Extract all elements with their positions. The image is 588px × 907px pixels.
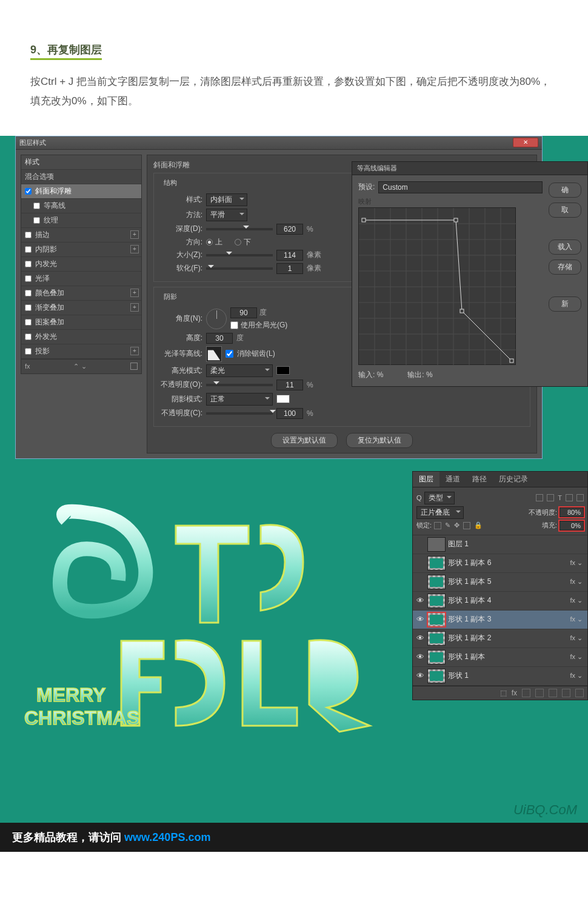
style-checkbox[interactable] bbox=[33, 202, 40, 209]
cancel-button[interactable]: 取 bbox=[549, 202, 581, 218]
layer-mask-icon[interactable] bbox=[522, 689, 530, 697]
style-checkbox[interactable] bbox=[25, 232, 32, 238]
layer-fx-badge[interactable]: fx ⌄ bbox=[570, 578, 583, 586]
style-checkbox[interactable] bbox=[25, 348, 32, 355]
down-arrow-icon[interactable]: ⌄ bbox=[81, 363, 87, 370]
style-item[interactable]: 内阴影+ bbox=[21, 243, 141, 257]
visibility-eye-icon[interactable]: 👁 bbox=[415, 634, 425, 643]
filter-adjust-icon[interactable] bbox=[547, 494, 554, 501]
new-layer-icon[interactable] bbox=[562, 689, 570, 697]
layer-thumbnail[interactable] bbox=[427, 669, 446, 683]
ok-button[interactable]: 确 bbox=[549, 182, 581, 198]
direction-up-radio[interactable] bbox=[206, 239, 213, 246]
highlight-opacity-input[interactable]: 11 bbox=[276, 380, 303, 390]
highlight-mode-dropdown[interactable]: 柔光 bbox=[206, 364, 273, 377]
layer-row[interactable]: 👁形状 1 副本 3fx ⌄ bbox=[413, 611, 587, 629]
layer-fx-badge[interactable]: fx ⌄ bbox=[570, 559, 583, 567]
layer-thumbnail[interactable] bbox=[427, 556, 446, 571]
style-dropdown[interactable]: 内斜面 bbox=[206, 193, 247, 206]
group-icon[interactable] bbox=[549, 689, 557, 697]
lock-artboard-icon[interactable] bbox=[463, 522, 470, 529]
visibility-eye-icon[interactable]: 👁 bbox=[415, 671, 425, 680]
style-item[interactable]: 渐变叠加+ bbox=[21, 301, 141, 315]
angle-input[interactable]: 90 bbox=[230, 307, 257, 318]
style-item[interactable]: 外发光 bbox=[21, 330, 141, 344]
fill-input[interactable]: 0% bbox=[560, 521, 584, 530]
up-arrow-icon[interactable]: ⌃ bbox=[73, 363, 79, 370]
technique-dropdown[interactable]: 平滑 bbox=[206, 209, 247, 221]
layer-thumbnail[interactable] bbox=[427, 575, 446, 589]
soften-input[interactable]: 1 bbox=[276, 263, 303, 274]
filter-pixel-icon[interactable] bbox=[536, 494, 543, 501]
layer-row[interactable]: 👁形状 1 副本fx ⌄ bbox=[413, 648, 587, 667]
style-checkbox[interactable] bbox=[25, 319, 32, 326]
layer-fx-badge[interactable]: fx ⌄ bbox=[570, 634, 583, 642]
layer-fx-icon[interactable]: fx bbox=[512, 689, 517, 697]
shadow-mode-dropdown[interactable]: 正常 bbox=[206, 393, 273, 406]
layer-thumbnail[interactable] bbox=[427, 612, 446, 627]
style-item[interactable]: 投影+ bbox=[21, 344, 141, 359]
opacity-input[interactable]: 80% bbox=[560, 507, 584, 517]
depth-slider[interactable] bbox=[206, 228, 273, 230]
layer-fx-badge[interactable]: fx ⌄ bbox=[570, 615, 583, 623]
lock-all-icon[interactable]: 🔒 bbox=[474, 521, 483, 529]
layer-thumbnail[interactable] bbox=[427, 537, 446, 552]
filter-type-icon[interactable]: T bbox=[558, 494, 562, 501]
layer-row[interactable]: 👁形状 1 副本 6fx ⌄ bbox=[413, 554, 587, 573]
tab-layers[interactable]: 图层 bbox=[413, 472, 439, 487]
highlight-color-swatch[interactable] bbox=[276, 366, 290, 375]
add-effect-icon[interactable]: + bbox=[130, 347, 139, 355]
blend-options-row[interactable]: 混合选项 bbox=[21, 170, 141, 184]
style-checkbox[interactable] bbox=[25, 290, 32, 296]
highlight-opacity-slider[interactable] bbox=[206, 384, 273, 386]
add-effect-icon[interactable]: + bbox=[130, 245, 139, 253]
visibility-eye-icon[interactable]: 👁 bbox=[415, 615, 425, 624]
layer-row[interactable]: 👁形状 1fx ⌄ bbox=[413, 667, 587, 686]
link-layers-icon[interactable]: ⬚ bbox=[500, 689, 507, 697]
footer-link[interactable]: www.240PS.com bbox=[124, 831, 210, 843]
lock-brush-icon[interactable]: ✎ bbox=[445, 521, 450, 529]
shadow-color-swatch[interactable] bbox=[276, 395, 290, 403]
layer-fx-badge[interactable]: fx ⌄ bbox=[570, 653, 583, 661]
fx-icon[interactable]: fx bbox=[25, 363, 30, 370]
kind-dropdown[interactable]: 类型 bbox=[424, 492, 455, 504]
load-button[interactable]: 载入 bbox=[549, 239, 581, 255]
lock-transparency-icon[interactable] bbox=[434, 522, 441, 529]
style-item[interactable]: 描边+ bbox=[21, 228, 141, 243]
global-light-checkbox[interactable] bbox=[230, 321, 238, 329]
layer-fx-badge[interactable]: fx ⌄ bbox=[570, 672, 583, 680]
new-button[interactable]: 新 bbox=[549, 296, 581, 312]
style-checkbox[interactable] bbox=[25, 261, 32, 267]
layer-row[interactable]: 👁形状 1 副本 4fx ⌄ bbox=[413, 592, 587, 611]
size-input[interactable]: 114 bbox=[276, 250, 303, 261]
style-checkbox[interactable] bbox=[25, 188, 32, 195]
preset-dropdown[interactable]: Custom bbox=[378, 181, 543, 193]
shadow-opacity-input[interactable]: 100 bbox=[276, 408, 303, 419]
reset-default-button[interactable]: 复位为默认值 bbox=[346, 433, 413, 448]
visibility-eye-icon[interactable]: 👁 bbox=[415, 596, 425, 605]
layer-row[interactable]: 👁形状 1 副本 2fx ⌄ bbox=[413, 629, 587, 648]
style-item[interactable]: 斜面和浮雕 bbox=[21, 184, 141, 199]
antialias-checkbox[interactable] bbox=[226, 350, 233, 358]
delete-layer-icon[interactable] bbox=[575, 689, 584, 697]
style-item[interactable]: 光泽 bbox=[21, 272, 141, 286]
styles-header[interactable]: 样式 bbox=[21, 155, 141, 170]
size-slider[interactable] bbox=[206, 254, 273, 256]
style-checkbox[interactable] bbox=[33, 217, 40, 224]
style-item[interactable]: 内发光 bbox=[21, 257, 141, 272]
gloss-contour-picker[interactable] bbox=[206, 346, 222, 362]
blend-mode-dropdown[interactable]: 正片叠底 bbox=[416, 506, 464, 519]
style-item[interactable]: 纹理 bbox=[21, 213, 141, 228]
add-effect-icon[interactable]: + bbox=[130, 230, 139, 239]
tab-history[interactable]: 历史记录 bbox=[493, 472, 534, 487]
add-effect-icon[interactable]: + bbox=[130, 303, 139, 312]
tab-paths[interactable]: 路径 bbox=[466, 472, 493, 487]
layer-thumbnail[interactable] bbox=[427, 650, 446, 664]
close-icon[interactable]: ✕ bbox=[513, 138, 538, 147]
layer-thumbnail[interactable] bbox=[427, 594, 446, 608]
add-effect-icon[interactable]: + bbox=[130, 289, 139, 297]
style-item[interactable]: 图案叠加 bbox=[21, 315, 141, 330]
layer-row[interactable]: 👁形状 1 副本 5fx ⌄ bbox=[413, 573, 587, 592]
depth-input[interactable]: 620 bbox=[276, 224, 303, 235]
style-checkbox[interactable] bbox=[25, 304, 32, 311]
